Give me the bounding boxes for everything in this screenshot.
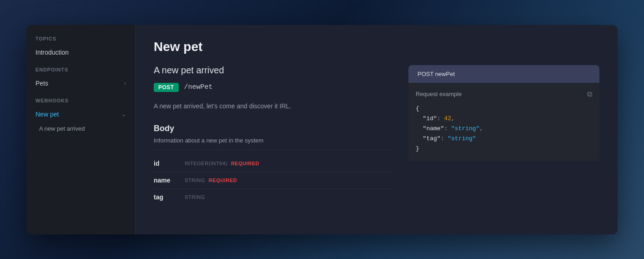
description-text: A new pet arrived, let's come and discov… (154, 101, 394, 111)
page-title: New pet (154, 40, 599, 54)
api-tab-bar: POST newPet (408, 65, 599, 83)
code-value-name: "string" (451, 125, 479, 132)
field-required-id: REQUIRED (231, 161, 259, 166)
code-open-brace: { (416, 105, 419, 112)
code-key-tag: "tag" (423, 135, 441, 142)
code-colon-2: : (444, 125, 451, 132)
code-key-name: "name" (423, 125, 444, 132)
field-row-tag: tag STRING (154, 189, 394, 205)
content-right: POST newPet Request example ⧉ { "id": 42… (408, 65, 599, 205)
sidebar-item-a-new-pet-arrived[interactable]: A new pet arrived (26, 122, 135, 136)
code-block: { "id": 42, "name": "string", "tag": "st… (416, 104, 592, 154)
content-layout: A new pet arrived POST /newPet A new pet… (154, 65, 599, 205)
section-label-webhooks: WEBHOOKS (26, 98, 135, 103)
request-example-header: Request example ⧉ (416, 90, 592, 98)
chevron-down-icon: ⌄ (121, 111, 126, 117)
field-required-name: REQUIRED (209, 178, 237, 183)
api-tab-post-newpet[interactable]: POST newPet (408, 65, 599, 83)
code-value-id: 42 (444, 115, 451, 122)
request-example-label: Request example (416, 91, 462, 97)
chevron-right-icon: › (124, 80, 126, 86)
endpoint-path: /newPet (184, 83, 213, 91)
code-key-id: "id" (423, 115, 437, 122)
code-comma-2: , (479, 125, 483, 132)
field-type-tag: STRING (185, 194, 205, 200)
copy-icon[interactable]: ⧉ (587, 90, 592, 98)
sidebar-item-introduction-label: Introduction (35, 49, 69, 56)
sidebar-item-new-pet-label: New pet (35, 111, 59, 118)
request-example-panel: Request example ⧉ { "id": 42, "name": "s… (408, 83, 599, 161)
field-name-tag: tag (154, 193, 181, 201)
app-window: TOPICS Introduction ENDPOINTS Pets › WEB… (26, 25, 618, 234)
sidebar-item-pets[interactable]: Pets › (26, 76, 135, 91)
section-title: A new pet arrived (154, 65, 394, 76)
section-label-endpoints: ENDPOINTS (26, 67, 135, 72)
field-row-id: id INTEGER(INT64) REQUIRED (154, 155, 394, 172)
sidebar-item-new-pet[interactable]: New pet ⌄ (26, 107, 135, 122)
sidebar-item-pets-label: Pets (35, 80, 48, 87)
field-name-id: id (154, 160, 181, 167)
code-colon-3: : (441, 135, 448, 142)
field-type-id: INTEGER(INT64) (185, 161, 227, 166)
sidebar-item-a-new-pet-arrived-label: A new pet arrived (39, 125, 85, 132)
sidebar-item-introduction[interactable]: Introduction (26, 45, 135, 60)
body-section-title: Body (154, 124, 394, 133)
code-comma-1: , (451, 115, 455, 122)
endpoint-row: POST /newPet (154, 83, 394, 92)
sidebar: TOPICS Introduction ENDPOINTS Pets › WEB… (26, 25, 136, 234)
body-description: Information about a new pet in the syste… (154, 137, 394, 144)
code-colon-1: : (437, 115, 444, 122)
main-content: New pet A new pet arrived POST /newPet A… (136, 25, 618, 234)
divider (154, 149, 394, 150)
method-badge: POST (154, 83, 179, 92)
field-type-name: STRING (185, 178, 205, 183)
code-close-brace: } (416, 145, 419, 152)
field-row-name: name STRING REQUIRED (154, 172, 394, 189)
code-value-tag: "string" (448, 135, 476, 142)
content-left: A new pet arrived POST /newPet A new pet… (154, 65, 394, 205)
section-label-topics: TOPICS (26, 36, 135, 41)
field-name-name: name (154, 177, 181, 184)
